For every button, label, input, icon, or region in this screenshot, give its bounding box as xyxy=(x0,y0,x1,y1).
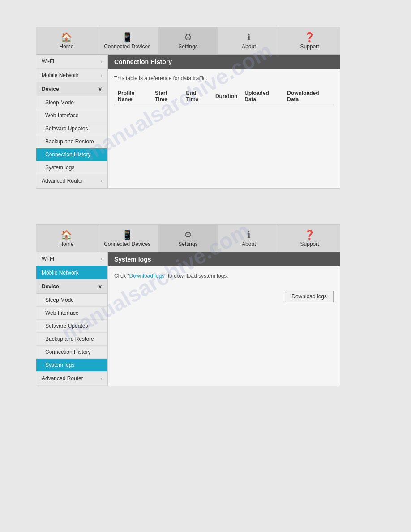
nav-connected-label-2: Connected Devices xyxy=(104,241,150,247)
info-text-1: This table is a reference for data traff… xyxy=(114,75,334,82)
nav-settings-label-2: Settings xyxy=(178,241,197,247)
panel-1: 🏠 Home 📱 Connected Devices ⚙ Settings ℹ … xyxy=(36,27,340,206)
nav-support-2[interactable]: ❓ Support xyxy=(279,225,340,252)
sidebar-software-updates-2[interactable]: Software Updates xyxy=(36,320,107,333)
main-content-2: System logs Click "Download logs" to dow… xyxy=(108,252,340,386)
settings-icon-1: ⚙ xyxy=(184,32,192,43)
col-duration: Duration xyxy=(212,88,241,105)
download-logs-link[interactable]: Download logs xyxy=(129,273,165,279)
sidebar-software-label-2: Software Updates xyxy=(45,323,88,329)
devices-icon-1: 📱 xyxy=(122,32,133,43)
sidebar-backup-restore-2[interactable]: Backup and Restore xyxy=(36,333,107,346)
sidebar-2: Wi-Fi › Mobile Network Device ∨ Sleep Mo… xyxy=(36,252,108,386)
sidebar-system-logs-label-2: System logs xyxy=(45,362,74,368)
home-icon-2: 🏠 xyxy=(61,229,72,240)
nav-support-label-1: Support xyxy=(300,43,319,50)
nav-settings-1[interactable]: ⚙ Settings xyxy=(158,27,219,54)
sidebar-item-mobile-network-2[interactable]: Mobile Network xyxy=(36,266,107,280)
col-uploaded-data: Uploaded Data xyxy=(241,88,283,105)
info-text-2: Click "Download logs" to download system… xyxy=(114,273,334,279)
content-body-2: Click "Download logs" to download system… xyxy=(108,266,340,299)
sidebar-web-interface-2[interactable]: Web Interface xyxy=(36,307,107,320)
nav-home-label-1: Home xyxy=(59,43,73,50)
sidebar-web-label-1: Web Interface xyxy=(45,112,78,119)
nav-settings-2[interactable]: ⚙ Settings xyxy=(158,225,219,252)
sidebar-device-section-1[interactable]: Device ∨ xyxy=(36,82,107,96)
sidebar-connection-label-1: Connection History xyxy=(45,151,90,158)
sidebar-connection-label-2: Connection History xyxy=(45,349,90,355)
sidebar-item-wifi-2[interactable]: Wi-Fi › xyxy=(36,252,107,266)
chevron-right-icon-3: › xyxy=(101,179,102,184)
sidebar-connection-history-2[interactable]: Connection History xyxy=(36,346,107,359)
sidebar-sleep-label-2: Sleep Mode xyxy=(45,297,74,303)
body-area-1: Wi-Fi › Mobile Network › Device ∨ Sleep … xyxy=(36,55,340,188)
nav-home-1[interactable]: 🏠 Home xyxy=(36,27,97,54)
sidebar-sleep-mode-2[interactable]: Sleep Mode xyxy=(36,294,107,307)
nav-about-label-1: About xyxy=(242,43,256,50)
nav-about-2[interactable]: ℹ About xyxy=(218,225,279,252)
sidebar-item-mobile-network-1[interactable]: Mobile Network › xyxy=(36,69,107,82)
content-title-2: System logs xyxy=(114,256,151,263)
sidebar-device-section-2[interactable]: Device ∨ xyxy=(36,280,107,294)
download-logs-button[interactable]: Download logs xyxy=(285,291,334,302)
sidebar-mobile-label-1: Mobile Network xyxy=(42,72,79,78)
sidebar-item-wifi-1[interactable]: Wi-Fi › xyxy=(36,55,107,69)
router-ui-panel-1: 🏠 Home 📱 Connected Devices ⚙ Settings ℹ … xyxy=(36,27,340,189)
content-header-1: Connection History xyxy=(108,55,340,69)
sidebar-advanced-label-2: Advanced Router xyxy=(42,375,83,382)
sidebar-mobile-label-2: Mobile Network xyxy=(42,270,79,276)
chevron-right-icon-2: › xyxy=(101,73,102,78)
content-header-2: System logs xyxy=(108,252,340,266)
home-icon-1: 🏠 xyxy=(61,32,72,43)
sidebar-software-updates-1[interactable]: Software Updates xyxy=(36,122,107,135)
nav-about-1[interactable]: ℹ About xyxy=(218,27,279,54)
support-icon-1: ❓ xyxy=(304,32,315,43)
content-body-1: This table is a reference for data traff… xyxy=(108,69,340,112)
chevron-right-icon-4: › xyxy=(101,257,102,262)
top-nav-1: 🏠 Home 📱 Connected Devices ⚙ Settings ℹ … xyxy=(36,27,340,55)
sidebar-advanced-label-1: Advanced Router xyxy=(42,178,83,184)
sidebar-web-interface-1[interactable]: Web Interface xyxy=(36,109,107,122)
sidebar-sleep-label-1: Sleep Mode xyxy=(45,99,74,106)
content-title-1: Connection History xyxy=(114,58,172,65)
sidebar-wifi-label-2: Wi-Fi xyxy=(42,256,54,262)
panel-2: 🏠 Home 📱 Connected Devices ⚙ Settings ℹ … xyxy=(36,224,340,404)
col-downloaded-data: Downloaded Data xyxy=(283,88,334,105)
devices-icon-2: 📱 xyxy=(122,229,133,240)
nav-home-label-2: Home xyxy=(59,241,73,247)
col-start-time: Start Time xyxy=(151,88,182,105)
col-profile-name: Profile Name xyxy=(114,88,151,105)
sidebar-wifi-label-1: Wi-Fi xyxy=(42,58,54,64)
sidebar-software-label-1: Software Updates xyxy=(45,125,88,132)
nav-connected-devices-2[interactable]: 📱 Connected Devices xyxy=(97,225,158,252)
support-icon-2: ❓ xyxy=(304,229,315,240)
chevron-down-icon-2: ∨ xyxy=(98,283,102,290)
sidebar-connection-history-1[interactable]: Connection History xyxy=(36,148,107,161)
top-nav-2: 🏠 Home 📱 Connected Devices ⚙ Settings ℹ … xyxy=(36,225,340,252)
sidebar-advanced-router-2[interactable]: Advanced Router › xyxy=(36,372,107,386)
router-ui-panel-2: 🏠 Home 📱 Connected Devices ⚙ Settings ℹ … xyxy=(36,224,340,386)
sidebar-advanced-router-1[interactable]: Advanced Router › xyxy=(36,174,107,188)
sidebar-backup-label-1: Backup and Restore xyxy=(45,138,94,145)
about-icon-2: ℹ xyxy=(247,229,251,240)
chevron-right-icon-5: › xyxy=(101,376,102,381)
nav-home-2[interactable]: 🏠 Home xyxy=(36,225,97,252)
sidebar-system-logs-1[interactable]: System logs xyxy=(36,161,107,174)
nav-about-label-2: About xyxy=(242,241,256,247)
nav-support-1[interactable]: ❓ Support xyxy=(279,27,340,54)
sidebar-device-label-2: Device xyxy=(42,283,59,290)
connection-history-table: Profile Name Start Time End Time Duratio… xyxy=(114,88,334,105)
about-icon-1: ℹ xyxy=(247,32,251,43)
sidebar-backup-restore-1[interactable]: Backup and Restore xyxy=(36,135,107,148)
nav-connected-devices-1[interactable]: 📱 Connected Devices xyxy=(97,27,158,54)
sidebar-sleep-mode-1[interactable]: Sleep Mode xyxy=(36,96,107,109)
nav-settings-label-1: Settings xyxy=(178,43,197,50)
sidebar-system-logs-2[interactable]: System logs xyxy=(36,359,107,372)
sidebar-system-logs-label-1: System logs xyxy=(45,164,74,171)
col-end-time: End Time xyxy=(183,88,212,105)
chevron-down-icon-1: ∨ xyxy=(98,86,102,92)
sidebar-backup-label-2: Backup and Restore xyxy=(45,336,94,342)
download-button-container: Download logs xyxy=(114,285,334,292)
chevron-right-icon-1: › xyxy=(101,59,102,64)
nav-support-label-2: Support xyxy=(300,241,319,247)
